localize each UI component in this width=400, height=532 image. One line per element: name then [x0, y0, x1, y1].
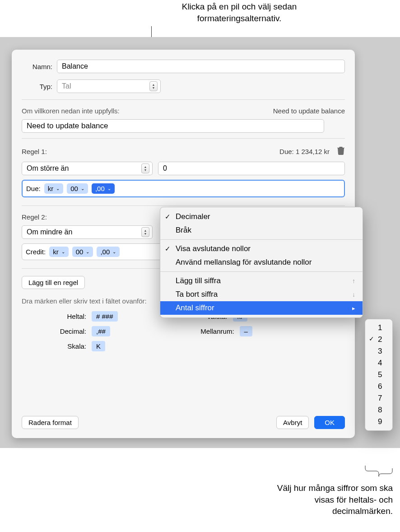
skala-label: Skala:: [49, 342, 92, 350]
mellanrum-token[interactable]: –: [240, 326, 252, 336]
token-decimal[interactable]: ,00⌄: [97, 247, 120, 257]
menu-item-decimaler[interactable]: Decimaler: [160, 210, 363, 224]
arrow-up-icon: ↑: [352, 277, 355, 285]
menu-separator: [160, 239, 363, 240]
rule1-operator-value: Om större än: [27, 164, 69, 173]
submenu-item-8[interactable]: 8: [365, 404, 392, 416]
rule2-operator-value: Om mindre än: [27, 228, 72, 236]
heltal-token[interactable]: # ###: [92, 311, 118, 322]
menu-item-lagg-till-siffra[interactable]: Lägg till siffra↑: [160, 274, 363, 288]
type-label: Typ:: [22, 83, 57, 90]
chevron-down-icon: ⌄: [81, 186, 84, 191]
rule1-prefix: Due:: [26, 185, 41, 192]
arrow-down-icon: ↓: [352, 291, 355, 298]
rule1-operator-select[interactable]: Om större än ▲▼: [22, 162, 153, 175]
menu-item-ta-bort-siffra[interactable]: Ta bort siffra↓: [160, 288, 363, 301]
token-integer[interactable]: 00⌄: [72, 247, 93, 257]
name-input[interactable]: [57, 60, 345, 73]
callout-top: Klicka på en pil och välj sedan formater…: [151, 1, 327, 24]
menu-item-antal-siffror[interactable]: Antal siffror▸: [160, 301, 363, 315]
submenu-item-4[interactable]: 4: [365, 357, 392, 369]
submenu-item-9[interactable]: 9: [365, 416, 392, 428]
condition-label: Om villkoren nedan inte uppfylls:: [22, 107, 120, 115]
token-integer[interactable]: 00⌄: [67, 183, 88, 194]
chevron-down-icon: ⌄: [112, 249, 116, 254]
divider: [22, 138, 345, 139]
heltal-label: Heltal:: [49, 313, 92, 320]
chevron-down-icon: ⌄: [61, 249, 65, 254]
submenu-item-6[interactable]: 6: [365, 381, 392, 392]
rule1-preview: Due: 1 234,12 kr: [279, 148, 330, 155]
token-currency[interactable]: kr⌄: [44, 183, 64, 194]
rule2-label: Regel 2:: [22, 213, 47, 221]
updown-icon: ▲▼: [149, 81, 158, 91]
add-rule-button[interactable]: Lägg till en regel: [22, 276, 85, 289]
chevron-right-icon: ▸: [352, 305, 355, 312]
submenu-item-1[interactable]: 1: [365, 322, 392, 334]
mellanrum-label: Mellanrum:: [190, 327, 240, 335]
rule1-token-field[interactable]: Due: kr⌄ 00⌄ ,00⌄: [22, 180, 345, 197]
ok-button[interactable]: OK: [314, 416, 345, 429]
token-decimal[interactable]: ,00⌄: [92, 183, 115, 194]
digit-count-submenu: 123456789: [365, 319, 393, 431]
delete-format-button[interactable]: Radera format: [22, 416, 79, 429]
condition-input[interactable]: [22, 119, 324, 133]
rule2-prefix: Credit:: [26, 248, 46, 256]
divider: [22, 205, 345, 206]
callout-bottom: Välj hur många siffror som ska visas för…: [262, 482, 393, 517]
decimal-token[interactable]: ,##: [92, 326, 110, 336]
menu-item-brak[interactable]: Bråk: [160, 224, 363, 237]
cancel-button[interactable]: Avbryt: [276, 416, 309, 429]
type-select-value: Tal: [62, 82, 71, 90]
updown-icon: ▲▼: [141, 227, 149, 237]
divider: [22, 99, 345, 100]
submenu-item-3[interactable]: 3: [365, 345, 392, 357]
submenu-item-2[interactable]: 2: [365, 334, 392, 345]
token-currency[interactable]: kr⌄: [49, 247, 69, 257]
submenu-item-7[interactable]: 7: [365, 392, 392, 404]
updown-icon: ▲▼: [141, 163, 149, 173]
trash-icon[interactable]: [337, 146, 345, 157]
rule1-value-input[interactable]: [158, 162, 345, 175]
chevron-down-icon: ⌄: [56, 186, 60, 191]
menu-item-visa-nollor[interactable]: Visa avslutande nollor: [160, 242, 363, 256]
decimal-label: Decimal:: [49, 327, 92, 335]
submenu-item-5[interactable]: 5: [365, 369, 392, 381]
condition-preview: Need to update balance: [273, 107, 345, 115]
chevron-down-icon: ⌄: [86, 249, 89, 254]
menu-separator: [160, 271, 363, 272]
callout-brace: [365, 465, 393, 481]
chevron-down-icon: ⌄: [107, 186, 111, 191]
menu-item-anvand-mellanslag[interactable]: Använd mellanslag för avslutande nollor: [160, 256, 363, 269]
type-select[interactable]: Tal ▲▼: [57, 79, 161, 93]
skala-token[interactable]: K: [92, 341, 105, 351]
name-label: Namn:: [22, 63, 57, 70]
format-dropdown-menu: Decimaler Bråk Visa avslutande nollor An…: [160, 207, 363, 318]
rule2-operator-select[interactable]: Om mindre än ▲▼: [22, 225, 153, 239]
rule1-label: Regel 1:: [22, 148, 47, 155]
